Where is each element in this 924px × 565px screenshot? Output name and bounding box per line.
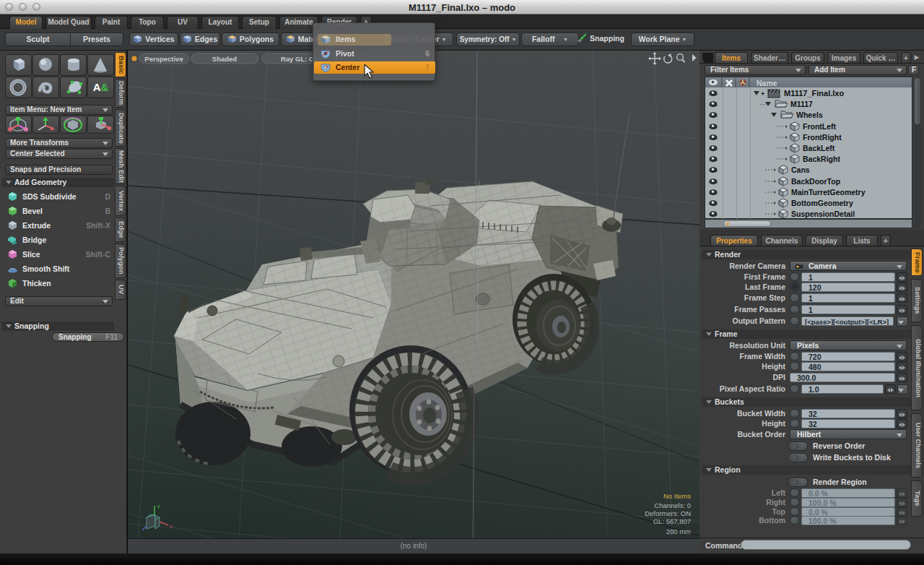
svg-text:Perspective: Perspective [144,55,183,63]
svg-text:BottomGeometry: BottomGeometry [791,199,853,207]
svg-text:Wheels: Wheels [796,111,823,119]
svg-text:FrontRight: FrontRight [803,133,842,142]
svg-text:x: x [170,523,173,530]
svg-text:M1117_Final.lxo: M1117_Final.lxo [784,89,844,98]
svg-text:SuspensionDetail: SuspensionDetail [791,210,855,218]
svg-text:Cans: Cans [791,165,810,174]
svg-text:BackLeft: BackLeft [803,144,835,152]
svg-text:BackDoorTop: BackDoorTop [791,177,840,186]
svg-text:MainTurretGeometry: MainTurretGeometry [791,188,866,197]
svg-text:FrontLeft: FrontLeft [803,122,837,131]
svg-text:200 mm: 200 mm [666,527,691,535]
svg-text:M1117: M1117 [790,100,813,108]
svg-text:+: + [761,90,764,98]
svg-text:GL: 567,807: GL: 567,807 [653,517,691,525]
svg-text:Channels: 0: Channels: 0 [654,501,691,509]
svg-text:BackRight: BackRight [803,155,840,163]
svg-text:Deformers: ON: Deformers: ON [645,509,691,517]
svg-text:⋯: ⋯ [759,101,765,108]
svg-text:Shaded: Shaded [212,55,237,63]
svg-text:Y: Y [157,504,161,510]
svg-text:No Items: No Items [663,492,691,500]
